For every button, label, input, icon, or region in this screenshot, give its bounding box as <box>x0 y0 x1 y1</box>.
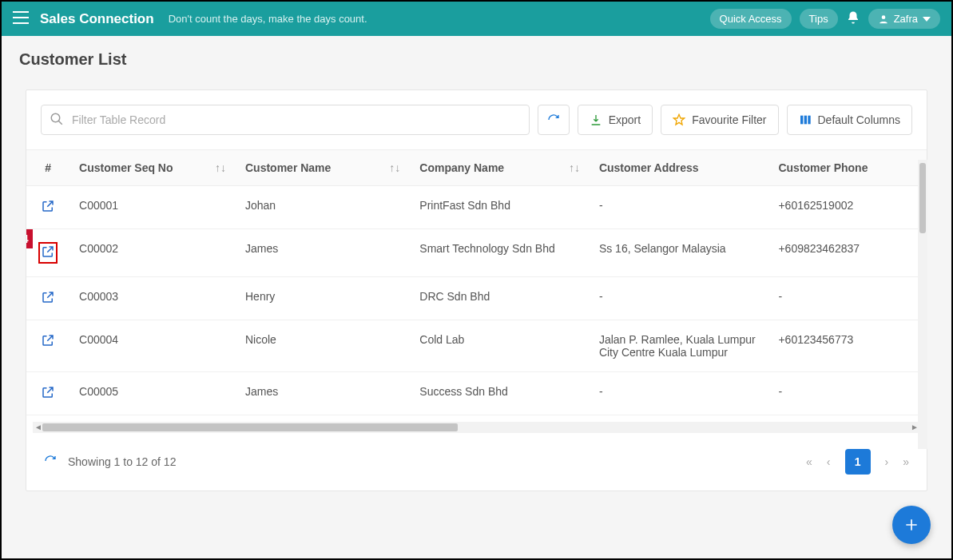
cell-seq: C00003 <box>69 277 236 320</box>
page-current[interactable]: 1 <box>845 449 871 475</box>
cell-name: Nicole <box>236 320 410 372</box>
horizontal-scrollbar[interactable]: ◄ ► <box>33 422 920 433</box>
svg-rect-4 <box>808 116 810 125</box>
cell-phone: +60123456773 <box>768 320 927 372</box>
cell-company: Cold Lab <box>410 320 590 372</box>
table-footer: Showing 1 to 12 of 12 « ‹ 1 › » <box>26 433 927 490</box>
quick-access-button[interactable]: Quick Access <box>710 9 792 29</box>
scroll-left-icon[interactable]: ◄ <box>34 423 42 431</box>
svg-point-1 <box>51 113 60 122</box>
cell-company: Success Sdn Bhd <box>410 372 590 415</box>
cell-phone: - <box>768 277 927 320</box>
annotation-badge: 14 <box>26 229 33 248</box>
search-input[interactable] <box>72 113 521 126</box>
columns-icon <box>799 113 812 126</box>
page-last-button[interactable]: » <box>903 455 909 468</box>
export-label: Export <box>609 113 641 126</box>
favourite-filter-button[interactable]: Favourite Filter <box>661 105 778 135</box>
cell-address: - <box>590 277 769 320</box>
cell-company: DRC Sdn Bhd <box>410 277 590 320</box>
topbar: Sales Connection Don't count the days, m… <box>2 2 951 36</box>
cell-seq: C00005 <box>69 372 236 415</box>
table-row: C00001JohanPrintFast Sdn Bhd-+6016251900… <box>26 186 927 229</box>
svg-rect-3 <box>804 116 806 125</box>
cell-name: Henry <box>236 277 410 320</box>
customer-card: Export Favourite Filter Default Columns … <box>26 89 927 491</box>
col-address[interactable]: Customer Address <box>590 150 769 186</box>
table-row: C00005JamesSuccess Sdn Bhd-- <box>26 372 927 415</box>
default-columns-button[interactable]: Default Columns <box>787 105 913 135</box>
refresh-icon[interactable] <box>44 455 57 470</box>
svg-point-0 <box>881 15 885 19</box>
cell-company: PrintFast Sdn Bhd <box>410 186 590 229</box>
page-prev-button[interactable]: ‹ <box>827 455 831 468</box>
plus-icon <box>903 517 919 533</box>
fav-filter-label: Favourite Filter <box>692 113 766 126</box>
page-title: Customer List <box>2 36 951 69</box>
showing-text: Showing 1 to 12 of 12 <box>68 455 176 468</box>
tagline-text: Don't count the days, make the days coun… <box>169 13 367 25</box>
notifications-icon[interactable] <box>846 10 860 27</box>
tips-button[interactable]: Tips <box>800 9 838 29</box>
cell-name: James <box>236 372 410 415</box>
page-next-button[interactable]: › <box>885 455 889 468</box>
download-icon <box>590 113 602 126</box>
vertical-scrollbar[interactable] <box>918 160 927 449</box>
cell-phone: - <box>768 372 927 415</box>
sort-icon[interactable]: ↑↓ <box>215 161 226 174</box>
cell-phone: +60162519002 <box>768 186 927 229</box>
cell-seq: C00001 <box>69 186 236 229</box>
customer-table: # Customer Seq No ↑↓ Customer Name ↑↓ Co… <box>26 149 927 415</box>
table-wrap: # Customer Seq No ↑↓ Customer Name ↑↓ Co… <box>26 149 927 415</box>
search-icon <box>50 112 64 129</box>
table-toolbar: Export Favourite Filter Default Columns <box>26 90 927 149</box>
sort-icon[interactable]: ↑↓ <box>569 161 580 174</box>
cell-address: - <box>590 186 769 229</box>
table-header-row: # Customer Seq No ↑↓ Customer Name ↑↓ Co… <box>26 150 927 186</box>
cell-address: Ss 16, Selangor Malaysia <box>590 229 769 277</box>
export-button[interactable]: Export <box>578 105 653 135</box>
cell-address: Jalan P. Ramlee, Kuala Lumpur City Centr… <box>590 320 769 372</box>
col-hash[interactable]: # <box>26 150 69 186</box>
col-name[interactable]: Customer Name ↑↓ <box>236 150 410 186</box>
open-row-icon[interactable] <box>41 244 55 261</box>
sort-icon[interactable]: ↑↓ <box>389 161 400 174</box>
cell-seq: C00004 <box>69 320 236 372</box>
svg-rect-2 <box>800 116 803 125</box>
pager: « ‹ 1 › » <box>806 449 909 475</box>
open-row-icon[interactable] <box>41 385 55 402</box>
table-row: C00003HenryDRC Sdn Bhd-- <box>26 277 927 320</box>
table-row: C00004NicoleCold LabJalan P. Ramlee, Kua… <box>26 320 927 372</box>
table-row: C00002JamesSmart Technology Sdn BhdSs 16… <box>26 229 927 277</box>
refresh-button[interactable] <box>538 105 570 135</box>
open-row-icon[interactable] <box>41 199 55 216</box>
star-icon <box>673 113 685 126</box>
open-row-icon[interactable] <box>41 290 55 307</box>
cell-name: Johan <box>236 186 410 229</box>
chevron-down-icon <box>923 17 931 22</box>
open-row-icon[interactable] <box>41 333 55 350</box>
search-box[interactable] <box>41 105 530 135</box>
cell-address: - <box>590 372 769 415</box>
cell-company: Smart Technology Sdn Bhd <box>410 229 590 277</box>
cell-name: James <box>236 229 410 277</box>
col-phone[interactable]: Customer Phone <box>768 150 927 186</box>
menu-icon[interactable] <box>13 11 29 26</box>
scroll-thumb[interactable] <box>42 423 458 431</box>
annotation-highlight <box>38 242 58 264</box>
cell-phone: +609823462837 <box>768 229 927 277</box>
vscroll-thumb[interactable] <box>919 163 926 233</box>
add-button[interactable] <box>892 506 931 544</box>
col-seq[interactable]: Customer Seq No ↑↓ <box>69 150 236 186</box>
page-first-button[interactable]: « <box>806 455 812 468</box>
user-name: Zafra <box>894 13 918 25</box>
brand-title: Sales Connection <box>40 11 154 27</box>
user-menu[interactable]: Zafra <box>868 9 940 29</box>
default-cols-label: Default Columns <box>818 113 901 126</box>
col-company[interactable]: Company Name ↑↓ <box>410 150 590 186</box>
cell-seq: C00002 <box>69 229 236 277</box>
